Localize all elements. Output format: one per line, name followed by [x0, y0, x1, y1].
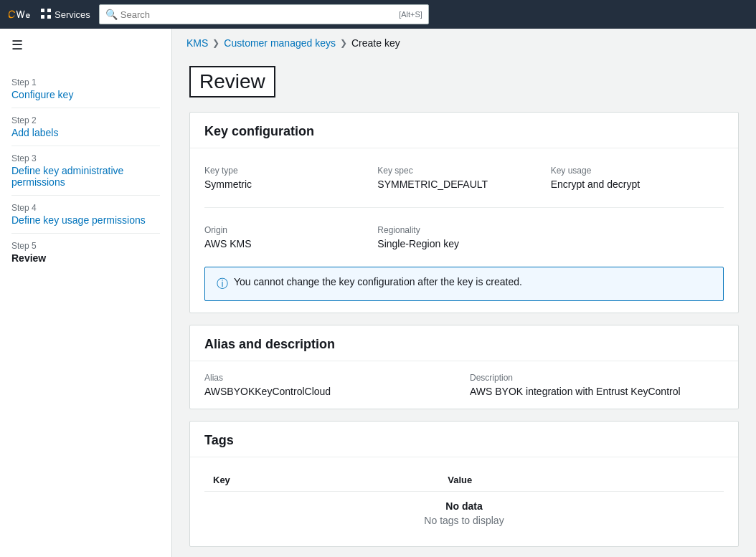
regionality-field: Regionality Single-Region key: [377, 219, 550, 255]
regionality-value: Single-Region key: [377, 238, 539, 249]
breadcrumb-sep-1: ❯: [212, 38, 219, 48]
step-3: Step 3 Define key administrative permiss…: [11, 146, 160, 196]
alias-header: Alias and description: [190, 325, 738, 361]
tags-no-data-row: No data No tags to display: [204, 492, 724, 535]
key-usage-field: Key usage Encrypt and decrypt: [551, 160, 724, 196]
origin-value: AWS KMS: [204, 238, 366, 249]
key-config-grid-row2: Origin AWS KMS Regionality Single-Region…: [204, 219, 724, 255]
description-label: Description: [470, 373, 724, 383]
step-1: Step 1 Configure key: [11, 70, 160, 108]
search-bar[interactable]: 🔍 [Alt+S]: [99, 4, 429, 24]
origin-label: Origin: [204, 225, 366, 235]
step-4-link[interactable]: Define key usage permissions: [11, 214, 146, 226]
alias-description-card: Alias and description Alias AWSBYOKKeyCo…: [189, 325, 739, 409]
origin-field: Origin AWS KMS: [204, 219, 377, 255]
main-content: KMS ❯ Customer managed keys ❯ Create key…: [172, 29, 756, 557]
info-icon: ⓘ: [217, 277, 228, 292]
description-field: Description AWS BYOK integration with En…: [470, 373, 724, 397]
key-configuration-card: Key configuration Key type Symmetric Key…: [189, 112, 739, 313]
alias-grid: Alias AWSBYOKKeyControlCloud Description…: [204, 373, 724, 397]
alias-title: Alias and description: [204, 337, 724, 352]
page-title: Review: [189, 66, 275, 97]
key-type-field: Key type Symmetric: [204, 160, 377, 196]
step-3-number: Step 3: [11, 153, 160, 163]
breadcrumb-kms[interactable]: KMS: [186, 37, 208, 49]
step-2-number: Step 2: [11, 115, 160, 125]
no-data-subtitle: No tags to display: [424, 515, 504, 526]
breadcrumb-sep-2: ❯: [340, 38, 347, 48]
key-config-body: Key type Symmetric Key spec SYMMETRIC_DE…: [190, 148, 738, 313]
regionality-label: Regionality: [377, 225, 539, 235]
empty-field: [551, 219, 724, 255]
alias-label: Alias: [204, 373, 458, 383]
step-2-link[interactable]: Add labels: [11, 127, 58, 138]
step-4: Step 4 Define key usage permissions: [11, 196, 160, 234]
description-value: AWS BYOK integration with Entrust KeyCon…: [470, 386, 724, 397]
step-5: Step 5 Review: [11, 234, 160, 271]
alias-value: AWSBYOKKeyControlCloud: [204, 386, 458, 397]
key-config-title: Key configuration: [204, 124, 724, 139]
alias-body: Alias AWSBYOKKeyControlCloud Description…: [190, 361, 738, 409]
info-text: You cannot change the key configuration …: [234, 276, 522, 287]
key-spec-value: SYMMETRIC_DEFAULT: [377, 178, 539, 190]
sidebar: ☰ Step 1 Configure key Step 2 Add labels…: [0, 29, 172, 557]
hamburger-menu[interactable]: ☰: [0, 29, 171, 62]
tags-table: Key Value No data No tags to display: [204, 469, 724, 535]
tags-col-value: Value: [439, 469, 724, 492]
svg-rect-1: [47, 9, 51, 12]
top-navigation: Services 🔍 [Alt+S]: [0, 0, 756, 29]
breadcrumb-customer-managed[interactable]: Customer managed keys: [224, 37, 336, 49]
tags-header-row: Key Value: [204, 469, 724, 492]
aws-logo[interactable]: [9, 6, 32, 22]
steps-panel: Step 1 Configure key Step 2 Add labels S…: [0, 62, 171, 280]
key-usage-label: Key usage: [551, 166, 712, 176]
svg-rect-0: [41, 9, 44, 12]
key-spec-label: Key spec: [377, 166, 539, 176]
breadcrumb-current: Create key: [351, 37, 400, 49]
key-spec-field: Key spec SYMMETRIC_DEFAULT: [377, 160, 550, 196]
tags-header: Tags: [190, 422, 738, 457]
page-layout: ☰ Step 1 Configure key Step 2 Add labels…: [0, 29, 756, 557]
tags-no-data: No data No tags to display: [204, 492, 724, 535]
no-data-title: No data: [213, 500, 715, 512]
breadcrumb: KMS ❯ Customer managed keys ❯ Create key: [172, 29, 756, 54]
key-type-label: Key type: [204, 166, 366, 176]
info-box: ⓘ You cannot change the key configuratio…: [204, 267, 724, 301]
services-button[interactable]: Services: [40, 8, 90, 22]
tags-body: Key Value No data No tags to display: [190, 457, 738, 546]
step-1-link[interactable]: Configure key: [11, 89, 73, 100]
step-5-number: Step 5: [11, 241, 160, 251]
svg-rect-3: [47, 15, 51, 19]
tags-col-key: Key: [204, 469, 439, 492]
grid-icon: [40, 8, 52, 22]
step-2: Step 2 Add labels: [11, 108, 160, 146]
tags-card: Tags Key Value No da: [189, 421, 739, 547]
step-3-link[interactable]: Define key administrative permissions: [11, 165, 123, 188]
search-shortcut: [Alt+S]: [399, 10, 422, 19]
step-5-active: Review: [11, 252, 46, 264]
step-1-number: Step 1: [11, 77, 160, 87]
content-area: Review Key configuration Key type Symmet…: [172, 54, 756, 557]
key-usage-value: Encrypt and decrypt: [551, 178, 712, 190]
key-type-value: Symmetric: [204, 178, 366, 190]
tags-title: Tags: [204, 433, 724, 448]
search-input[interactable]: [121, 9, 396, 20]
search-icon: 🔍: [105, 9, 118, 20]
alias-field: Alias AWSBYOKKeyControlCloud: [204, 373, 458, 397]
step-4-number: Step 4: [11, 203, 160, 213]
key-config-grid-row1: Key type Symmetric Key spec SYMMETRIC_DE…: [204, 160, 724, 208]
svg-rect-2: [41, 15, 44, 19]
key-config-header: Key configuration: [190, 113, 738, 148]
